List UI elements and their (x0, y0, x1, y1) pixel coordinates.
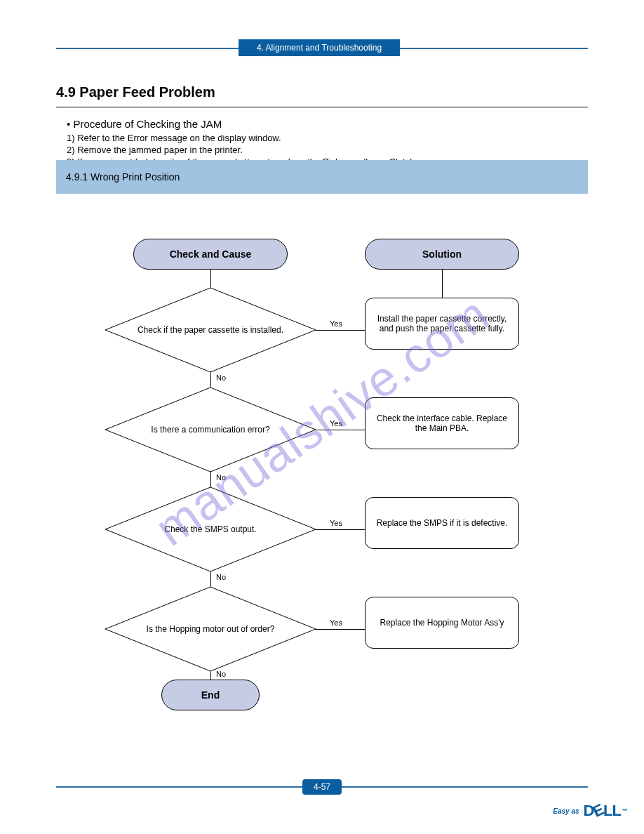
section-title: 4.9 Paper Feed Problem (56, 84, 215, 100)
connector (210, 671, 211, 680)
label-yes: Yes (330, 419, 342, 428)
node-check-cause: Check and Cause (133, 239, 288, 270)
connector (210, 270, 211, 288)
decision-text: Check the SMPS output. (164, 524, 256, 534)
connector (210, 472, 211, 487)
decision-node: Check if the paper cassette is installed… (105, 288, 316, 372)
label-yes: Yes (330, 319, 342, 328)
label-no: No (216, 473, 226, 482)
label-yes: Yes (330, 519, 342, 527)
connector (316, 629, 365, 630)
header-bar: 4. Alignment and Troubleshooting (239, 39, 400, 56)
connector (316, 529, 365, 530)
node-solution: Solution (365, 239, 519, 270)
node-end: End (161, 680, 260, 710)
dell-logo-icon: DELL™ (584, 802, 627, 820)
procedure-item: 2) Remove the jammed paper in the printe… (67, 145, 417, 155)
solution-box: Check the interface cable. Replace the M… (365, 397, 519, 449)
connector (316, 330, 365, 331)
label-no: No (216, 573, 226, 581)
decision-text: Is there a communication error? (151, 425, 269, 435)
label-yes: Yes (330, 618, 342, 627)
label-no: No (216, 670, 226, 678)
label-no: No (216, 373, 226, 382)
decision-node: Is the Hopping motor out of order? (105, 587, 316, 671)
connector (316, 430, 365, 430)
solution-box: Replace the Hopping Motor Ass'y (365, 597, 519, 649)
decision-text: Is the Hopping motor out of order? (147, 624, 275, 634)
trademark-symbol: ™ (622, 807, 627, 814)
procedure-lead: • Procedure of Checking the JAM (67, 118, 417, 130)
decision-node: Is there a communication error? (105, 388, 316, 472)
page-number: 4-57 (302, 779, 342, 795)
flowchart: Check and Cause Solution Check if the pa… (91, 225, 554, 744)
solution-box: Install the paper cassette correctly, an… (365, 298, 519, 350)
dell-logo-block: Easy as DELL™ (553, 802, 627, 820)
connector (210, 571, 211, 587)
connector (442, 270, 443, 298)
decision-text: Check if the paper cassette is installed… (137, 325, 283, 335)
connector (210, 372, 211, 388)
easy-as-text: Easy as (553, 807, 579, 815)
subsection-band: 4.9.1 Wrong Print Position (56, 160, 588, 194)
decision-node: Check the SMPS output. (105, 487, 316, 571)
procedure-item: 1) Refer to the Error message on the dis… (67, 133, 417, 143)
section-underline (56, 107, 588, 107)
solution-box: Replace the SMPS if it is defective. (365, 497, 519, 549)
